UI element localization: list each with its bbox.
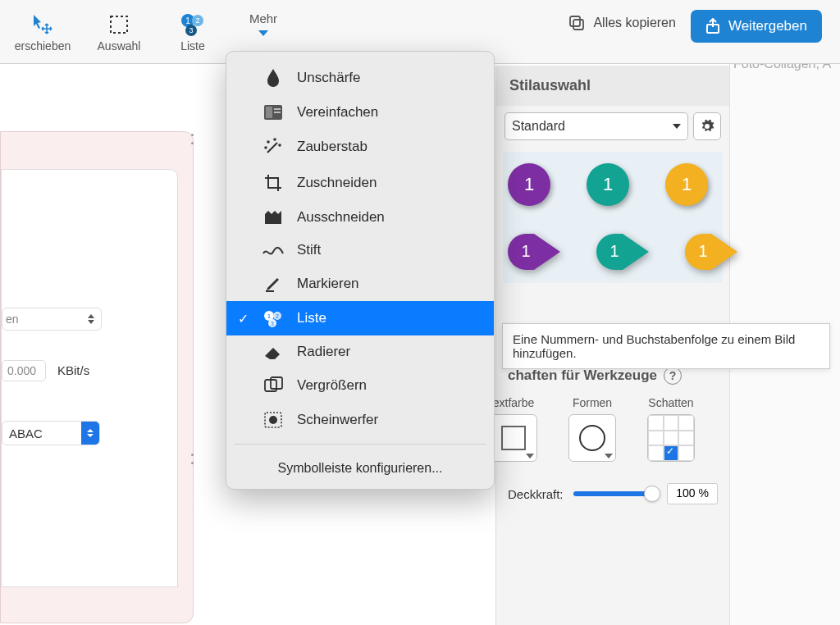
- chevron-down-icon: [673, 124, 681, 129]
- textcolor-button[interactable]: [490, 414, 537, 462]
- opacity-value[interactable]: 100 %: [667, 483, 718, 504]
- wand-icon: [262, 137, 284, 157]
- list-numbers-icon: 123: [178, 10, 208, 39]
- resize-handle[interactable]: [189, 129, 197, 152]
- menu-configure-toolbar[interactable]: Symbolleiste konfigurieren...: [226, 451, 494, 486]
- svg-text:1: 1: [698, 242, 707, 260]
- opacity-label: Deckkraft:: [508, 487, 564, 501]
- abac-select[interactable]: ABAC: [2, 421, 100, 445]
- svg-rect-16: [274, 108, 281, 110]
- menu-eraser[interactable]: Radierer: [226, 335, 494, 368]
- cutout-icon: [262, 209, 284, 226]
- menu-list[interactable]: 123 Liste: [226, 301, 494, 335]
- number-field[interactable]: 0.000: [2, 360, 46, 381]
- stepper-blue-icon: [81, 422, 99, 445]
- textcolor-label: extfarbe: [493, 396, 535, 409]
- copy-all-button[interactable]: Alles kopieren: [567, 13, 676, 33]
- style-select[interactable]: Standard: [504, 112, 688, 140]
- menu-simplify[interactable]: Vereinfachen: [226, 96, 494, 129]
- svg-text:1: 1: [267, 312, 272, 320]
- share-label: Weitergeben: [728, 18, 807, 34]
- svg-rect-22: [265, 214, 281, 224]
- svg-text:1: 1: [185, 16, 190, 25]
- pen-icon: [262, 242, 284, 258]
- style-pointer-gold[interactable]: 1: [685, 234, 737, 270]
- menu-spotlight[interactable]: Scheinwerfer: [226, 403, 494, 437]
- tooltip: Eine Nummern- und Buchstabenfolge zu ein…: [502, 323, 830, 369]
- shapes-button[interactable]: [568, 414, 616, 462]
- copy-all-label: Alles kopieren: [593, 16, 676, 30]
- style-circle-gold[interactable]: 1: [665, 163, 708, 206]
- tool-more[interactable]: Mehr: [230, 7, 287, 36]
- style-settings-button[interactable]: [693, 112, 721, 140]
- tool-list[interactable]: 123 Liste: [156, 7, 230, 57]
- style-circle-purple[interactable]: 1: [508, 163, 550, 206]
- slider-thumb[interactable]: [644, 486, 660, 502]
- svg-point-19: [274, 139, 276, 140]
- tool-move-label: erschieben: [15, 39, 71, 52]
- tool-list-label: Liste: [180, 39, 205, 52]
- menu-crop[interactable]: Zuschneiden: [226, 165, 494, 201]
- gear-icon: [700, 119, 714, 134]
- share-up-icon: [705, 18, 720, 34]
- magnify-icon: [262, 376, 284, 395]
- list-icon: 123: [262, 309, 284, 327]
- opacity-slider[interactable]: [573, 491, 657, 496]
- blur-icon: [262, 68, 284, 88]
- style-circle-teal[interactable]: 1: [587, 163, 629, 206]
- menu-cutout[interactable]: Ausschneiden: [226, 201, 494, 234]
- svg-rect-23: [266, 290, 274, 292]
- svg-rect-1: [111, 16, 127, 33]
- tool-selection[interactable]: Auswahl: [82, 7, 156, 57]
- unit-label: KBit/s: [57, 363, 89, 377]
- svg-text:3: 3: [271, 321, 274, 326]
- svg-rect-15: [266, 107, 272, 118]
- chevron-down-icon: [258, 30, 268, 36]
- selection-icon: [104, 10, 134, 39]
- style-section-header: Stilauswahl: [496, 66, 729, 106]
- highlighter-icon: [262, 275, 284, 293]
- svg-point-21: [265, 147, 267, 148]
- svg-rect-8: [570, 16, 580, 26]
- menu-highlight[interactable]: Markieren: [226, 267, 494, 301]
- shadow-picker[interactable]: [647, 414, 695, 462]
- resize-handle[interactable]: [189, 449, 197, 472]
- pink-panel: en 0.000 KBit/s ABAC: [0, 131, 194, 623]
- style-pointer-teal[interactable]: 1: [596, 234, 649, 270]
- copy-icon: [567, 13, 587, 33]
- abac-value: ABAC: [2, 427, 81, 440]
- svg-point-33: [269, 416, 277, 424]
- tool-more-label: Mehr: [249, 11, 277, 25]
- chevron-down-icon: [605, 454, 613, 458]
- chevron-down-icon: [526, 454, 534, 458]
- help-icon[interactable]: ?: [664, 367, 682, 385]
- tool-selection-label: Auswahl: [98, 39, 141, 52]
- svg-point-20: [279, 144, 281, 146]
- svg-rect-17: [274, 112, 281, 113]
- share-button[interactable]: Weitergeben: [691, 10, 822, 43]
- style-pointer-purple[interactable]: 1: [508, 234, 560, 270]
- white-inner-panel: en 0.000 KBit/s ABAC: [1, 169, 178, 587]
- svg-rect-9: [573, 20, 583, 30]
- menu-blur[interactable]: Unschärfe: [226, 60, 494, 96]
- menu-separator: [235, 444, 486, 445]
- menu-pen[interactable]: Stift: [226, 234, 494, 267]
- background-window: Foto-Collagen, A: [729, 0, 840, 625]
- shapes-label: Formen: [573, 396, 612, 409]
- select-field[interactable]: en: [2, 308, 102, 331]
- shadow-label: Schatten: [648, 396, 693, 409]
- svg-text:2: 2: [195, 16, 199, 25]
- tool-move[interactable]: erschieben: [3, 7, 82, 57]
- svg-text:1: 1: [609, 242, 619, 260]
- eraser-icon: [262, 344, 284, 359]
- crop-icon: [262, 173, 284, 193]
- move-cursor-icon: [28, 10, 57, 39]
- simplify-icon: [262, 104, 284, 121]
- more-tools-menu: Unschärfe Vereinfachen Zauberstab Zuschn…: [226, 51, 495, 490]
- svg-text:3: 3: [189, 26, 193, 34]
- style-swatches: 1 1 1 1 1 1: [503, 152, 723, 283]
- select-value: en: [6, 312, 84, 326]
- style-select-value: Standard: [512, 119, 565, 134]
- menu-wand[interactable]: Zauberstab: [226, 129, 494, 165]
- menu-magnify[interactable]: Vergrößern: [226, 368, 494, 403]
